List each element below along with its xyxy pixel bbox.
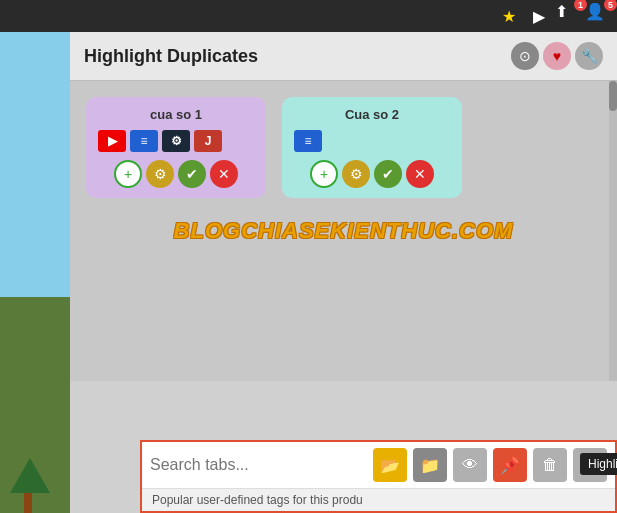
doc-tab-2[interactable]: ≡ [294, 130, 322, 152]
window-card-1: cua so 1 ▶ ≡ ⚙ J + ⚙ ✔ ✕ [86, 97, 266, 198]
left-game-strip [0, 32, 70, 513]
badge-count-2: 5 [604, 0, 617, 11]
window-1-close-btn[interactable]: ✕ [210, 160, 238, 188]
window-1-tabs: ▶ ≡ ⚙ J [98, 130, 254, 152]
window-1-title: cua so 1 [98, 107, 254, 122]
steam-tab[interactable]: ⚙ [162, 130, 190, 152]
panel-title: Highlight Duplicates [84, 46, 258, 67]
main-panel: Highlight Duplicates ⊙ ♥ 🔧 cua so 1 ▶ ≡ … [70, 32, 617, 513]
highlight-duplicates-tooltip: Highlight Duplicates [580, 453, 617, 475]
window-2-check-btn[interactable]: ✔ [374, 160, 402, 188]
window-1-actions: + ⚙ ✔ ✕ [98, 160, 254, 188]
window-2-gear-btn[interactable]: ⚙ [342, 160, 370, 188]
sky-background [0, 32, 70, 297]
circle-header-btn[interactable]: ⊙ [511, 42, 539, 70]
panel-header: Highlight Duplicates ⊙ ♥ 🔧 [70, 32, 617, 81]
search-input[interactable] [150, 456, 367, 474]
trash-btn[interactable]: 🗑 [533, 448, 567, 482]
watermark: BLOGCHIASEKIENTHUC.COM [86, 198, 601, 254]
window-1-check-btn[interactable]: ✔ [178, 160, 206, 188]
window-1-gear-btn[interactable]: ⚙ [146, 160, 174, 188]
window-card-2: Cua so 2 ≡ + ⚙ ✔ ✕ [282, 97, 462, 198]
eye-btn[interactable]: 👁 [453, 448, 487, 482]
bottom-search-bar: 📂 📁 👁 📌 🗑 ⊞ Popular user-defined tags fo… [140, 440, 617, 513]
window-2-close-btn[interactable]: ✕ [406, 160, 434, 188]
folder-btn[interactable]: 📁 [413, 448, 447, 482]
star-icon[interactable]: ★ [495, 2, 523, 30]
joplin-tab[interactable]: J [194, 130, 222, 152]
window-2-tabs: ≡ [294, 130, 450, 152]
wrench-header-btn[interactable]: 🔧 [575, 42, 603, 70]
badge-icon-1[interactable]: ⬆ 1 [555, 2, 583, 30]
heart-header-btn[interactable]: ♥ [543, 42, 571, 70]
folder-open-btn[interactable]: 📂 [373, 448, 407, 482]
window-2-title: Cua so 2 [294, 107, 450, 122]
arrow-icon[interactable]: ▶ [525, 2, 553, 30]
scrollbar-thumb[interactable] [609, 81, 617, 111]
bottom-footer-text: Popular user-defined tags for this produ [142, 489, 615, 511]
pin-btn[interactable]: 📌 [493, 448, 527, 482]
youtube-tab[interactable]: ▶ [98, 130, 126, 152]
ground-background [0, 297, 70, 513]
badge-icon-2[interactable]: 👤 5 [585, 2, 613, 30]
panel-header-icons: ⊙ ♥ 🔧 [511, 42, 603, 70]
window-1-add-btn[interactable]: + [114, 160, 142, 188]
tree-top [10, 458, 50, 493]
scrollbar-track[interactable] [609, 81, 617, 381]
doc-tab-1[interactable]: ≡ [130, 130, 158, 152]
window-2-add-btn[interactable]: + [310, 160, 338, 188]
panel-content: cua so 1 ▶ ≡ ⚙ J + ⚙ ✔ ✕ Cua so 2 ≡ [70, 81, 617, 381]
window-2-actions: + ⚙ ✔ ✕ [294, 160, 450, 188]
search-row: 📂 📁 👁 📌 🗑 ⊞ [142, 442, 615, 489]
top-toolbar: ★ ▶ ⬆ 1 👤 5 [0, 0, 617, 32]
windows-row: cua so 1 ▶ ≡ ⚙ J + ⚙ ✔ ✕ Cua so 2 ≡ [86, 97, 601, 198]
